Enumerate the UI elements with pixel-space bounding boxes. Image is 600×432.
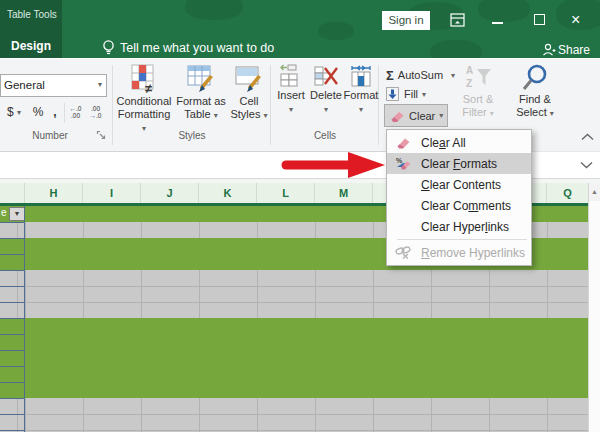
maximize-button[interactable]	[534, 14, 545, 25]
group-separator	[378, 65, 379, 145]
share-person-icon	[542, 43, 556, 56]
contextual-tab-label: Table Tools	[7, 9, 57, 20]
gridline	[0, 414, 588, 415]
menu-item-clear-contents[interactable]: Clear Contents	[387, 174, 531, 195]
chevron-down-icon: ▾	[359, 105, 363, 114]
left-column-borders	[0, 206, 25, 432]
titlebar-decoration	[478, 0, 530, 22]
button-label: Table	[184, 108, 210, 120]
chevron-down-icon: ▾	[490, 109, 494, 118]
menu-item-label: Clear Formats	[421, 157, 497, 171]
collapse-ribbon-icon[interactable]	[581, 133, 594, 141]
percent-style-button[interactable]: %	[30, 101, 46, 123]
button-label: Format as	[176, 95, 226, 107]
number-dialog-launcher-icon[interactable]	[96, 130, 107, 141]
sort-filter-button: A Z Sort & Filter ▾	[452, 63, 504, 120]
button-label: Formatting	[118, 108, 171, 120]
find-select-icon	[520, 63, 550, 93]
column-header[interactable]: H	[25, 183, 83, 203]
format-as-table-button[interactable]: Format as Table ▾	[174, 63, 228, 122]
clear-dropdown-menu: Clear All % Clear Formats Clear Contents…	[386, 129, 532, 266]
find-select-button[interactable]: Find & Select ▾	[506, 63, 564, 120]
fill-button[interactable]: Fill ▾	[386, 86, 426, 102]
vertical-scrollbar[interactable]: ▲	[588, 183, 600, 432]
red-callout-arrow	[278, 147, 390, 183]
menu-separator	[397, 239, 527, 240]
styles-group-label: Styles	[116, 130, 268, 141]
chevron-down-icon: ▾	[422, 90, 426, 99]
decrease-decimal-button[interactable]: .00 →.0	[86, 101, 105, 123]
insert-cells-button[interactable]: Insert ▾	[274, 63, 308, 116]
format-cells-button[interactable]: Format ▾	[344, 63, 378, 116]
svg-text:Z: Z	[466, 78, 472, 89]
dollar-icon: $	[7, 105, 14, 119]
expand-formula-bar-icon[interactable]	[580, 161, 593, 169]
close-button[interactable]: ×	[571, 9, 580, 31]
chevron-down-icon: ▾	[214, 111, 218, 120]
sign-in-button[interactable]: Sign in	[382, 11, 430, 30]
button-separator	[64, 103, 65, 123]
increase-decimal-button[interactable]: ←.0 .00	[66, 101, 85, 123]
cell-styles-button[interactable]: Cell Styles ▾	[228, 63, 270, 122]
button-label: Insert	[277, 89, 305, 101]
excel-window: Table Tools Design Tell me what you want…	[0, 0, 600, 432]
fill-icon	[386, 87, 399, 101]
cells-group-label: Cells	[272, 130, 378, 141]
clear-button[interactable]: Clear ▾	[384, 104, 448, 127]
minimize-button[interactable]	[492, 22, 503, 24]
menu-item-label: Clear Hyperlinks	[421, 220, 509, 234]
menu-item-clear-comments[interactable]: Clear Comments	[387, 195, 531, 216]
chevron-down-icon: ▾	[439, 111, 443, 120]
gray-row-band	[0, 398, 588, 432]
gridline	[0, 430, 588, 431]
menu-item-clear-hyperlinks[interactable]: Clear Hyperlinks	[387, 216, 531, 237]
conditional-formatting-button[interactable]: ≠ Conditional Formatting ▾	[116, 63, 172, 135]
delete-cells-button[interactable]: Delete ▾	[308, 63, 344, 116]
share-button[interactable]: Share	[558, 43, 590, 57]
scroll-up-icon: ▲	[591, 188, 598, 195]
comma-icon: ,	[53, 105, 56, 119]
menu-item-label: Clear All	[421, 136, 466, 150]
delete-cells-icon	[313, 63, 339, 89]
scroll-up-button[interactable]: ▲	[589, 183, 600, 201]
column-header[interactable]: J	[141, 183, 199, 203]
column-header[interactable]: I	[83, 183, 141, 203]
chevron-down-icon: ▾	[289, 105, 293, 114]
svg-text:%: %	[396, 157, 403, 164]
group-separator	[270, 65, 271, 145]
menu-item-label: Clear Comments	[421, 199, 511, 213]
format-as-table-icon	[186, 63, 216, 95]
column-header-partial[interactable]	[0, 183, 25, 203]
button-label: AutoSum	[398, 69, 443, 81]
chevron-down-icon: ▾	[98, 75, 102, 95]
group-separator	[112, 65, 113, 145]
sort-filter-icon: A Z	[464, 63, 492, 93]
button-label: Clear	[409, 110, 435, 122]
column-header[interactable]: Q	[547, 183, 588, 203]
number-group-label: Number	[0, 130, 100, 141]
menu-item-clear-formats[interactable]: % Clear Formats	[387, 153, 531, 174]
decimal-digits: .00	[91, 105, 100, 112]
accounting-format-button[interactable]: $ ▾	[2, 101, 26, 123]
comma-style-button[interactable]: ,	[48, 101, 62, 123]
menu-item-label: Clear Contents	[421, 178, 501, 192]
chevron-down-icon: ▾	[550, 109, 554, 118]
ribbon-display-options-icon[interactable]	[450, 13, 466, 28]
tab-design[interactable]: Design	[0, 36, 62, 58]
format-cells-icon	[349, 63, 373, 89]
menu-item-clear-all[interactable]: Clear All	[387, 132, 531, 153]
decimal-digits: .00	[71, 112, 80, 119]
column-header[interactable]: L	[257, 183, 315, 203]
svg-text:A: A	[466, 65, 473, 76]
column-header[interactable]: M	[315, 183, 373, 203]
button-label: Format	[344, 89, 379, 101]
number-format-combo[interactable]: General ▾	[0, 74, 107, 97]
menu-item-remove-hyperlinks: Remove Hyperlinks	[387, 242, 531, 263]
button-label: Conditional	[116, 95, 171, 107]
column-header[interactable]: K	[199, 183, 257, 203]
titlebar-decoration	[185, 0, 243, 20]
autosum-button[interactable]: Σ AutoSum ▾	[386, 67, 455, 83]
chevron-down-icon: ▾	[17, 108, 21, 117]
button-label: Delete	[310, 89, 342, 101]
tell-me-box[interactable]: Tell me what you want to do	[120, 41, 274, 55]
